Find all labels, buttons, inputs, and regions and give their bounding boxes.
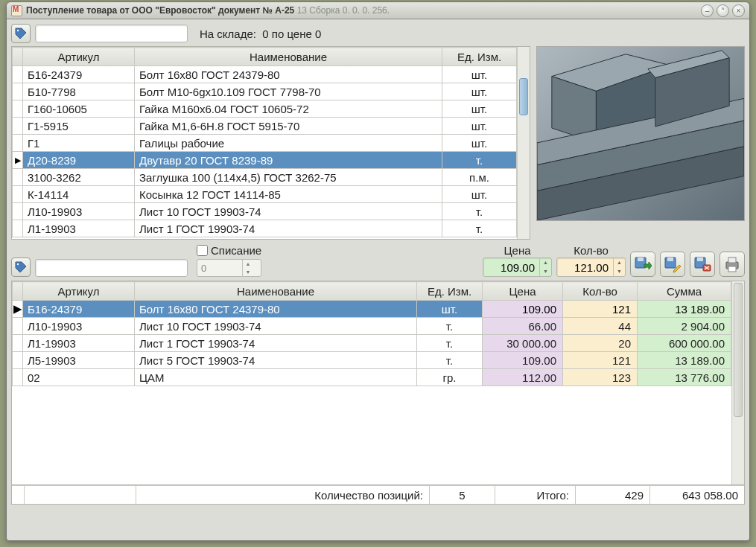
qty-label: Кол-во [574,244,609,257]
footer-row: Количество позиций: 5 Итого: 429 643 058… [11,485,745,505]
tag-icon [15,28,27,39]
svg-point-0 [17,30,19,31]
writeoff-spinner-input [197,261,242,275]
total-sum: 643 058.00 [650,486,744,504]
table-row[interactable]: 3100-3262Заглушка 100 (114х4,5) ГОСТ 326… [13,169,517,186]
table-row[interactable]: Л10-19903Лист 10 ГОСТ 19903-74т.66.00442… [13,318,731,335]
document-grid[interactable]: Артикул Наименование Ед. Изм. Цена Кол-в… [12,281,731,484]
table-row[interactable]: Г160-10605Гайка М160х6.04 ГОСТ 10605-72ш… [13,100,517,118]
catalog-grid-wrap: Артикул Наименование Ед. Изм. Б16-24379Б… [11,46,530,240]
delete-row-button[interactable] [690,252,715,277]
search-input[interactable] [35,25,188,42]
svg-point-2 [17,263,19,265]
col2-price[interactable]: Цена [483,282,563,301]
svg-rect-4 [638,257,644,261]
document-scrollbar[interactable] [731,281,744,484]
mid-area: Артикул Наименование Ед. Изм. Б16-24379Б… [11,46,745,240]
col2-article[interactable]: Артикул [23,282,135,301]
content: На складе: 0 по цене 0 Артикул На [7,19,749,509]
tag-button-2[interactable] [11,257,31,277]
col-article[interactable]: Артикул [23,48,135,66]
table-row[interactable]: ▶Д20-8239Двутавр 20 ГОСТ 8239-89т. [13,152,517,169]
close-button[interactable]: × [732,4,745,17]
product-image [536,46,745,221]
total-qty: 429 [576,486,650,504]
col2-name[interactable]: Наименование [135,282,417,301]
col2-qty[interactable]: Кол-во [563,282,638,301]
svg-rect-8 [697,257,703,261]
title-dim: 13 Сборка 0. 0. 0. 256. [297,5,390,16]
table-row[interactable]: Б10-7798Болт М10-6gх10.109 ГОСТ 7798-70ш… [13,83,517,100]
table-row[interactable]: Л5-19903Лист 5 ГОСТ 19903-74т.109.001211… [13,352,731,369]
top-toolbar: На складе: 0 по цене 0 [11,24,745,43]
minimize-button[interactable]: – [701,4,714,17]
qty-input[interactable]: ▲▼ [556,257,626,277]
col2-sum[interactable]: Сумма [638,282,731,301]
print-button[interactable] [720,252,745,277]
price-input[interactable]: ▲▼ [483,257,552,277]
window-title: Поступление товара от ООО "Евровосток" д… [26,5,390,16]
col2-unit[interactable]: Ед. Изм. [417,282,483,301]
pos-value: 5 [430,486,495,504]
add-row-button[interactable] [630,252,655,277]
total-label: Итого: [495,486,576,504]
svg-rect-12 [728,266,736,272]
table-row[interactable]: Л10-19903Лист 10 ГОСТ 19903-74т. [13,203,517,220]
document-grid-wrap: Артикул Наименование Ед. Изм. Цена Кол-в… [11,281,745,485]
col-unit[interactable]: Ед. Изм. [442,48,517,66]
writeoff-label: Списание [211,244,261,257]
entry-search-input[interactable] [35,259,188,277]
price-label: Цена [504,244,530,257]
window-controls: – ˄ × [701,4,745,17]
entry-toolbar: Списание ▲▼ Цена ▲▼ Кол-во ▲▼ [11,244,745,277]
app-window: Поступление товара от ООО "Евровосток" д… [6,1,750,541]
filter-button[interactable] [11,24,31,43]
titlebar: Поступление товара от ООО "Евровосток" д… [7,2,749,19]
writeoff-checkbox-wrap[interactable]: Списание [197,244,261,257]
catalog-scrollbar[interactable] [517,47,530,239]
pos-label: Количество позиций: [136,486,430,504]
table-row[interactable]: 02ЦАМгр.112.0012313 776.00 [13,369,731,386]
svg-rect-6 [667,257,673,261]
table-row[interactable]: Б16-24379Болт 16х80 ГОСТ 24379-80шт. [13,66,517,83]
disk-pencil-icon [664,255,682,273]
stock-label: На складе: 0 по цене 0 [200,28,321,40]
title-main: Поступление товара от ООО "Евровосток" д… [26,5,294,16]
table-row[interactable]: Л1-19903Лист 1 ГОСТ 19903-74т. [13,220,517,237]
table-row[interactable]: ▶Б16-24379Болт 16х80 ГОСТ 24379-80шт.109… [13,301,731,318]
app-icon [11,5,22,16]
writeoff-spinner[interactable]: ▲▼ [197,259,261,277]
table-row[interactable]: К-14114Косынка 12 ГОСТ 14114-85шт. [13,186,517,203]
table-row[interactable]: Л1-19903Лист 1 ГОСТ 19903-74т.30 000.002… [13,335,731,352]
catalog-grid[interactable]: Артикул Наименование Ед. Изм. Б16-24379Б… [12,47,517,239]
disk-delete-icon [693,255,711,273]
writeoff-checkbox[interactable] [197,245,208,256]
edit-row-button[interactable] [660,252,685,277]
printer-icon [723,255,741,273]
col-name[interactable]: Наименование [135,48,442,66]
tag-icon [15,261,27,273]
table-row[interactable]: Г1Галицы рабочиешт. [13,135,517,152]
disk-arrow-icon [634,255,652,273]
svg-rect-11 [728,257,736,263]
maximize-button[interactable]: ˄ [717,4,729,17]
table-row[interactable]: Г1-5915Гайка М1,6-6Н.8 ГОСТ 5915-70шт. [13,118,517,135]
